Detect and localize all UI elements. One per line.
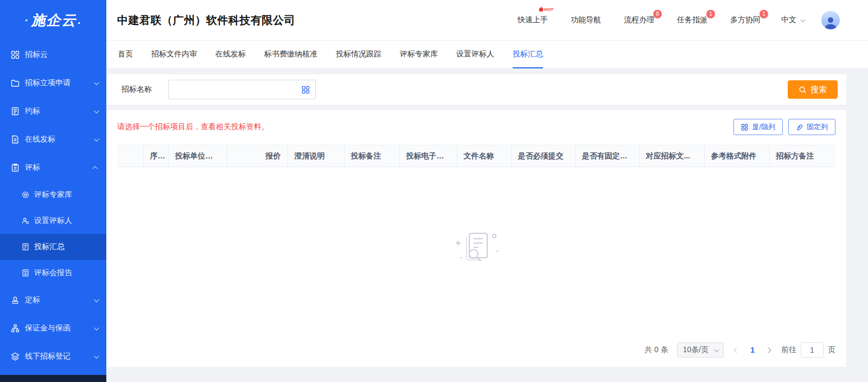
content-area: 招标名称 搜索 请选择一个招标项目后，查看相关投标资料。 (106, 69, 868, 382)
sidebar-subitem-expert-pool[interactable]: 评标专家库 (0, 182, 106, 208)
sidebar-item-bidding-cloud[interactable]: 招标云 (0, 41, 106, 69)
sidebar-subitem-set-evaluators[interactable]: 设置评标人 (0, 208, 106, 234)
bid-name-input[interactable] (174, 85, 302, 94)
pin-columns-button[interactable]: 固定列 (788, 119, 835, 135)
project-picker-icon[interactable] (302, 86, 310, 94)
sidebar-item-label: 定标 (25, 295, 94, 305)
sidebar-item-deposit-guarantee[interactable]: 保证金与保函 (0, 314, 106, 342)
nav-label: 多方协同 (730, 15, 761, 24)
tab-bid-doc-review[interactable]: 招标文件内审 (151, 41, 197, 68)
bid-summary-panel: 请选择一个招标项目后，查看相关投标资料。 显/隐列 固定列 (106, 110, 846, 367)
document-icon (11, 135, 20, 144)
search-panel: 招标名称 搜索 (106, 74, 846, 105)
grid-icon (741, 124, 748, 131)
toggle-columns-button[interactable]: 显/隐列 (733, 119, 783, 135)
tab-label: 首页 (118, 49, 133, 59)
nav-multi-party-collab[interactable]: 多方协同 1 (730, 15, 761, 25)
column-related-bid-doc: 对应招标文... (639, 145, 704, 167)
tab-home[interactable]: 首页 (118, 41, 133, 68)
column-buttons: 显/隐列 固定列 (733, 119, 835, 135)
current-page[interactable]: 1 (749, 346, 756, 354)
nav-process-handling[interactable]: 流程办理 8 (624, 15, 654, 25)
tab-doc-fee-approval[interactable]: 标书费缴纳核准 (264, 41, 317, 68)
hot-tag-text: HOT (544, 7, 553, 12)
stamp-icon (11, 296, 20, 304)
page-size-select[interactable]: 10条/页 (677, 342, 724, 358)
pagination-bar: 共 0 条 10条/页 1 前往 页 (117, 333, 835, 367)
tab-label: 投标情况跟踪 (336, 49, 381, 59)
folder-icon (11, 79, 20, 87)
sidebar-subitem-label: 投标汇总 (34, 242, 65, 252)
sidebar-subitem-bid-summary[interactable]: 投标汇总 (0, 234, 106, 260)
badge-count: 1 (760, 10, 768, 18)
tab-bar: 首页 招标文件内审 在线发标 标书费缴纳核准 投标情况跟踪 评标专家库 设置评标… (106, 41, 868, 69)
user-gear-icon (22, 217, 29, 225)
tab-set-evaluators[interactable]: 设置评标人 (456, 41, 494, 68)
top-header: 中建君联（广州）软件科技有限公司 快速上手 HOT 功能导航 流程办理 8 (106, 0, 868, 41)
company-title: 中建君联（广州）软件科技有限公司 (117, 13, 295, 28)
chevron-down-icon (94, 325, 99, 330)
sidebar: 施企云 招标云 招标立项申请 约标 在线发标 评标 评标专家库 (0, 0, 106, 382)
sidebar-subitem-evaluation-report[interactable]: 评标会报告 (0, 260, 106, 286)
sidebar-subitem-label: 评标专家库 (34, 190, 72, 200)
tab-label: 设置评标人 (456, 49, 494, 59)
column-clarification: 澄清说明 (288, 145, 344, 167)
column-serial: 序号 (143, 145, 168, 167)
tab-bid-summary[interactable]: 投标汇总 (513, 41, 543, 68)
sidebar-item-online-bid-release[interactable]: 在线发标 (0, 125, 106, 154)
column-quote: 报价 (227, 145, 288, 167)
chevron-down-icon (94, 297, 99, 302)
sidebar-item-label: 评标 (25, 163, 94, 173)
sidebar-item-bid-evaluation[interactable]: 评标 (0, 154, 106, 182)
contract-icon (11, 107, 20, 116)
empty-documents-icon (449, 226, 503, 274)
sidebar-item-contract-bid[interactable]: 约标 (0, 97, 106, 125)
sidebar-item-offline-registration[interactable]: 线下招标登记 (0, 342, 106, 371)
bid-summary-table: 序号 投标单位名称 报价 澄清说明 投标备注 投标电子文件 文件名称 是否必须提… (117, 145, 835, 167)
goto-page-group: 前往 页 (781, 342, 835, 358)
nav-label: 任务指派 (677, 15, 707, 24)
grid-icon (11, 50, 20, 59)
sidebar-item-project-approval[interactable]: 招标立项申请 (0, 69, 106, 97)
goto-page-input[interactable] (801, 342, 824, 358)
sidebar-item-label: 约标 (25, 106, 94, 116)
layers-icon (11, 352, 20, 361)
next-page-button[interactable] (764, 346, 773, 354)
page-unit-label: 页 (828, 345, 835, 355)
nav-task-assignment[interactable]: 任务指派 1 (677, 15, 707, 25)
search-icon (799, 86, 807, 94)
language-selector[interactable]: 中文 (781, 15, 804, 25)
nav-label: 功能导航 (571, 15, 601, 24)
empty-state (117, 167, 835, 333)
nav-feature-guide[interactable]: 功能导航 (571, 15, 601, 25)
search-button[interactable]: 搜索 (788, 80, 838, 99)
tab-expert-pool[interactable]: 评标专家库 (400, 41, 438, 68)
sidebar-item-bid-award[interactable]: 定标 (0, 286, 106, 314)
clipboard-icon (11, 163, 20, 172)
nav-label: 流程办理 (624, 15, 654, 24)
report-icon (22, 269, 29, 277)
tab-online-bid-release[interactable]: 在线发标 (215, 41, 246, 68)
toggle-columns-label: 显/隐列 (752, 122, 775, 132)
column-file-name: 文件名称 (457, 145, 511, 167)
panel-top-row: 请选择一个招标项目后，查看相关投标资料。 显/隐列 固定列 (117, 119, 835, 135)
main-area: 中建君联（广州）软件科技有限公司 快速上手 HOT 功能导航 流程办理 8 (106, 0, 868, 382)
total-count: 共 0 条 (644, 345, 668, 355)
tab-label: 评标专家库 (400, 49, 438, 59)
sidebar-subitem-label: 设置评标人 (34, 216, 72, 226)
document-list-icon (22, 243, 29, 251)
avatar[interactable] (821, 11, 840, 29)
selection-notice: 请选择一个招标项目后，查看相关投标资料。 (117, 122, 269, 132)
nav-quick-start[interactable]: 快速上手 HOT (518, 15, 548, 25)
badge-count: 8 (653, 10, 662, 18)
column-tenderer-remark: 招标方备注 (769, 145, 835, 167)
prev-page-button[interactable] (732, 346, 741, 354)
tab-label: 在线发标 (215, 49, 246, 59)
column-bidder-name: 投标单位名称 (168, 145, 227, 167)
sidebar-item-label: 招标立项申请 (25, 78, 94, 88)
tab-label: 招标文件内审 (151, 49, 197, 59)
chevron-down-icon (94, 136, 99, 142)
app-logo: 施企云 (0, 0, 106, 41)
top-nav: 快速上手 HOT 功能导航 流程办理 8 任务指派 1 (518, 15, 761, 25)
tab-bid-tracking[interactable]: 投标情况跟踪 (336, 41, 381, 68)
